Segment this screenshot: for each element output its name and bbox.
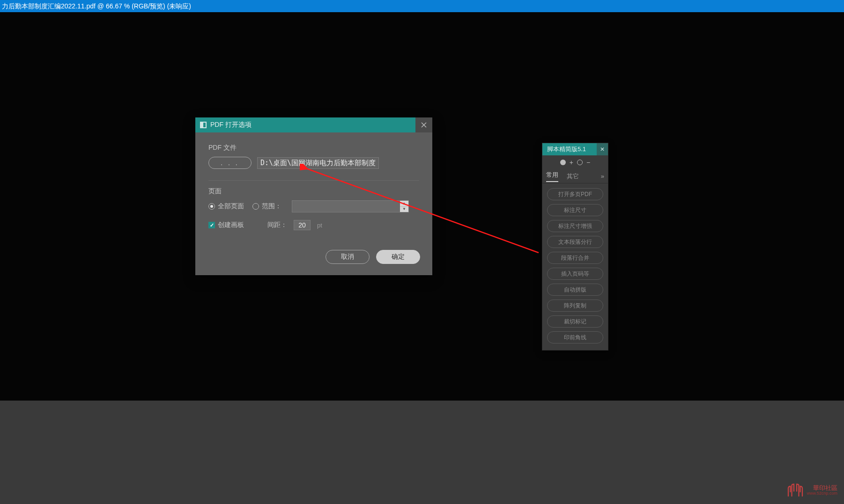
watermark-icon [787,483,804,497]
plus-icon: + [570,159,573,166]
close-icon [421,122,427,128]
create-artboard-checkbox[interactable]: ✓ 创建画板 [208,221,244,229]
spinner-up-icon[interactable]: ▲ [400,201,408,207]
empty-circle-icon[interactable] [577,160,583,165]
minus-icon: − [586,159,590,166]
tab-more-icon[interactable]: » [601,173,604,180]
window-titlebar: 力后勤本部制度汇编2022.11.pdf @ 66.67 % (RGB/预览) … [0,0,844,12]
script-prepress-corners[interactable]: 印前角线 [547,331,603,343]
script-auto-imposition[interactable]: 自动拼版 [547,284,603,296]
pdf-open-options-dialog: PDF 打开选项 PDF 文件 . . . D:\桌面\国网湖南电力后勤本部制度… [195,117,432,275]
file-row: . . . D:\桌面\国网湖南电力后勤本部制度 [208,157,419,169]
window-title: 力后勤本部制度汇编2022.11.pdf @ 66.67 % (RGB/预览) … [2,2,191,10]
tab-common[interactable]: 常用 [546,171,558,182]
script-paragraph-merge[interactable]: 段落行合并 [547,252,603,264]
script-dimension-enhanced[interactable]: 标注尺寸增强 [547,220,603,232]
bottom-panel-area [0,401,844,504]
panel-script-list: 打开多页PDF 标注尺寸 标注尺寸增强 文本段落分行 段落行合并 插入页码等 自… [542,183,608,350]
cancel-button[interactable]: 取消 [326,250,370,264]
file-path-display: D:\桌面\国网湖南电力后勤本部制度 [257,157,379,169]
radio-all-pages[interactable]: 全部页面 [208,202,244,211]
checkbox-checked-icon: ✓ [208,222,215,228]
tab-other[interactable]: 其它 [567,172,579,181]
script-crop-marks[interactable]: 裁切标记 [547,315,603,328]
panel-tabs: 常用 其它 » [542,169,608,183]
pages-radio-row: 全部页面 范围： ▲ ▼ [208,200,419,212]
dialog-icon [200,122,207,128]
browse-file-button[interactable]: . . . [208,157,252,169]
panel-shape-row: + − [542,155,608,169]
script-text-paragraph-split[interactable]: 文本段落分行 [547,236,603,248]
artboard-row: ✓ 创建画板 间距： 20 pt [208,220,419,230]
artboard-label: 创建画板 [218,221,244,229]
panel-title: 脚本精简版5.1 [547,145,586,153]
page-range-input[interactable]: ▲ ▼ [292,200,409,212]
radio-all-label: 全部页面 [218,202,244,211]
gap-unit: pt [317,222,322,229]
script-array-copy[interactable]: 阵列复制 [547,299,603,312]
script-insert-page-number[interactable]: 插入页码等 [547,268,603,280]
radio-page-range[interactable]: 范围： [252,202,281,211]
gap-input[interactable]: 20 [294,220,311,230]
dialog-body: PDF 文件 . . . D:\桌面\国网湖南电力后勤本部制度 页面 全部页面 … [195,132,432,240]
dialog-footer: 取消 确定 [195,240,432,275]
range-spinner[interactable]: ▲ ▼ [400,201,408,212]
spinner-down-icon[interactable]: ▼ [400,207,408,212]
dialog-title: PDF 打开选项 [210,121,252,129]
dialog-header[interactable]: PDF 打开选项 [195,117,432,132]
pages-section-label: 页面 [208,187,419,196]
watermark-sub: www.52cnp.com [807,491,837,496]
panel-header[interactable]: 脚本精简版5.1 ✕ [542,143,608,155]
watermark-main: 華印社區 [807,485,837,491]
dialog-close-button[interactable] [415,117,432,132]
filled-circle-icon[interactable] [560,160,566,165]
pages-section: 页面 全部页面 范围： ▲ ▼ [208,180,419,230]
radio-icon [208,203,215,210]
script-panel: 脚本精简版5.1 ✕ + − 常用 其它 » 打开多页PDF 标注尺寸 标注尺寸… [542,143,608,351]
ok-button[interactable]: 确定 [376,250,420,264]
panel-close-button[interactable]: ✕ [597,143,608,155]
gap-label: 间距： [267,221,287,229]
radio-icon [252,203,259,210]
script-dimension-label[interactable]: 标注尺寸 [547,204,603,216]
file-section-label: PDF 文件 [208,144,419,152]
watermark-logo: 華印社區 www.52cnp.com [787,483,837,497]
radio-range-label: 范围： [262,202,281,211]
script-open-multipage-pdf[interactable]: 打开多页PDF [547,188,603,200]
